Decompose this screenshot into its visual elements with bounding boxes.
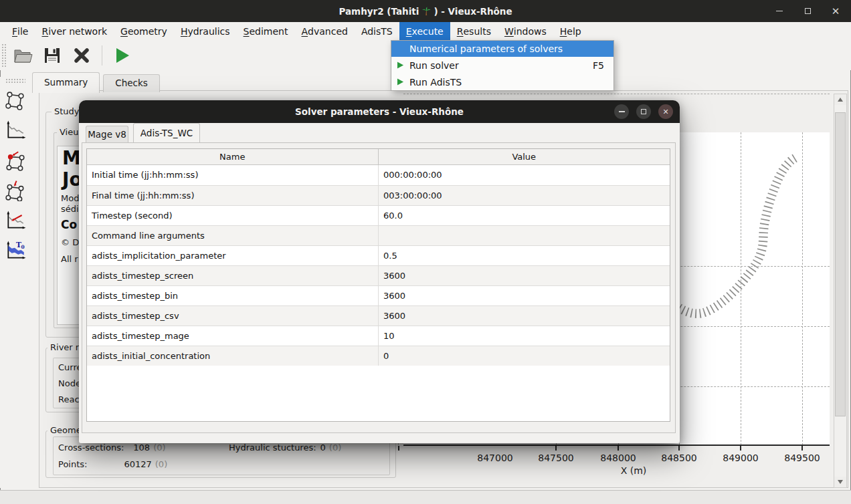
points-label: Points: bbox=[58, 459, 87, 469]
parameter-name-cell[interactable]: Command line arguments bbox=[87, 225, 379, 245]
initial-conditions-button[interactable]: T 0 bbox=[3, 238, 28, 263]
parameter-name-cell[interactable]: adists_timestep_csv bbox=[87, 305, 379, 326]
menu-item[interactable]: Windows bbox=[498, 22, 553, 40]
menu-item[interactable]: Execute bbox=[399, 22, 450, 40]
study-description-line6: © D bbox=[61, 237, 79, 247]
cross-sections-value: 108 bbox=[133, 443, 150, 453]
table-row[interactable]: Initial time (jj:hh:mm:ss) 000:00:00:00 bbox=[87, 165, 670, 185]
close-icon[interactable]: ✕ bbox=[830, 5, 842, 17]
parameter-value-cell[interactable]: 000:00:00:00 bbox=[379, 165, 670, 185]
parameter-value-cell[interactable] bbox=[379, 225, 670, 245]
parameter-name-cell[interactable]: adists_timestep_bin bbox=[87, 285, 379, 305]
main-tab[interactable]: Checks bbox=[103, 74, 160, 92]
edit-node-icon bbox=[5, 150, 26, 171]
parameter-value-cell[interactable]: 3600 bbox=[379, 285, 670, 305]
menubar: FileRiver networkGeometryHydraulicsSedim… bbox=[0, 22, 851, 40]
window-titlebar[interactable]: Pamhyr2 (Tahiti ) - Vieux-Rhône ✕ bbox=[0, 0, 851, 22]
table-header-name[interactable]: Name bbox=[87, 149, 379, 164]
open-study-button[interactable] bbox=[9, 43, 36, 68]
menu-item[interactable]: Geometry bbox=[114, 22, 174, 40]
table-row[interactable]: adists_timestep_csv 3600 bbox=[87, 305, 670, 326]
parameter-name-cell[interactable]: adists_timestep_mage bbox=[87, 326, 379, 346]
menu-item[interactable]: File bbox=[5, 22, 35, 40]
menu-item[interactable]: Advanced bbox=[294, 22, 354, 40]
table-row[interactable]: Timestep (second) 60.0 bbox=[87, 205, 670, 225]
save-study-button[interactable] bbox=[39, 43, 66, 68]
window-controls: ✕ bbox=[773, 0, 842, 22]
profile-chart-icon bbox=[5, 120, 26, 141]
table-row[interactable]: adists_timestep_bin 3600 bbox=[87, 285, 670, 305]
edit-reach-button[interactable] bbox=[3, 178, 28, 203]
dialog-tab-adis-ts-wc[interactable]: Adis-TS_WC bbox=[133, 123, 200, 142]
plot-vertical-scrollbar[interactable] bbox=[834, 94, 847, 488]
table-header: Name Value bbox=[87, 149, 670, 165]
menu-item[interactable]: Sediment bbox=[237, 22, 295, 40]
close-study-button[interactable] bbox=[68, 43, 95, 68]
menu-item-numerical-parameters[interactable]: Numerical parameters of solvers bbox=[391, 41, 613, 57]
parameter-value-cell[interactable]: 3600 bbox=[379, 305, 670, 326]
run-icon bbox=[397, 78, 404, 86]
profile-chart-button[interactable] bbox=[3, 118, 28, 143]
parameter-name-cell[interactable]: Final time (jj:hh:mm:ss) bbox=[87, 185, 379, 205]
hydraulic-structures-value: 0 bbox=[320, 443, 326, 453]
table-row[interactable]: Command line arguments bbox=[87, 225, 670, 245]
run-solver-shortcut: F5 bbox=[593, 60, 604, 71]
solver-parameters-table: Name Value Initial time (jj:hh:mm:ss) 00… bbox=[86, 148, 670, 422]
parameter-name-cell[interactable]: adists_initial_concentration bbox=[87, 346, 379, 366]
status-strip bbox=[0, 490, 851, 504]
dialog-tab-pane: Name Value Initial time (jj:hh:mm:ss) 00… bbox=[82, 142, 676, 433]
menu-item[interactable]: Hydraulics bbox=[174, 22, 237, 40]
parameter-name-cell[interactable]: adists_implicitation_parameter bbox=[87, 245, 379, 265]
table-row[interactable]: adists_timestep_screen 3600 bbox=[87, 265, 670, 285]
dialog-close-icon[interactable]: ✕ bbox=[658, 104, 673, 119]
toolbar-separator bbox=[102, 45, 102, 66]
parameter-value-cell[interactable]: 60.0 bbox=[379, 205, 670, 225]
dialog-titlebar[interactable]: Solver parameters - Vieux-Rhône ✕ bbox=[79, 100, 680, 123]
minimize-icon[interactable] bbox=[773, 5, 785, 17]
parameter-name-cell[interactable]: adists_timestep_screen bbox=[87, 265, 379, 285]
points-stat: Points: 60127 (0) bbox=[58, 459, 167, 469]
river-network-button[interactable] bbox=[3, 88, 28, 113]
menu-item[interactable]: AdisTS bbox=[355, 22, 399, 40]
plot-x-ticklabel: 847500 bbox=[526, 453, 586, 463]
table-row[interactable]: adists_implicitation_parameter 0.5 bbox=[87, 245, 670, 265]
side-toolbar-drag-handle[interactable] bbox=[5, 78, 25, 84]
parameter-name-cell[interactable]: Timestep (second) bbox=[87, 205, 379, 225]
parameter-value-cell[interactable]: 3600 bbox=[379, 265, 670, 285]
toolbar-drag-handle[interactable] bbox=[1, 43, 7, 68]
parameter-value-cell[interactable]: 10 bbox=[379, 326, 670, 346]
parameter-name-cell[interactable]: Initial time (jj:hh:mm:ss) bbox=[87, 165, 379, 185]
menu-item-run-adists[interactable]: Run AdisTS bbox=[391, 74, 613, 90]
study-description-line4: sédi bbox=[61, 204, 79, 214]
menu-item[interactable]: Results bbox=[450, 22, 498, 40]
parameter-value-cell[interactable]: 0 bbox=[379, 346, 670, 366]
table-row[interactable]: adists_initial_concentration 0 bbox=[87, 346, 670, 366]
plot-x-ticklabel: 848500 bbox=[649, 453, 709, 463]
dialog-maximize-icon[interactable] bbox=[636, 104, 651, 119]
maximize-icon[interactable] bbox=[801, 5, 814, 17]
main-tab[interactable]: Summary bbox=[32, 72, 100, 93]
results-chart-button[interactable] bbox=[3, 208, 28, 233]
edit-node-button[interactable] bbox=[3, 148, 28, 173]
points-value: 60127 bbox=[124, 459, 151, 469]
scrollbar-thumb[interactable] bbox=[835, 112, 846, 416]
save-study-icon bbox=[43, 46, 62, 65]
table-row[interactable]: Final time (jj:hh:mm:ss) 003:00:00:00 bbox=[87, 185, 670, 205]
parameter-value-cell[interactable]: 003:00:00:00 bbox=[379, 185, 670, 205]
hydraulic-structures-label: Hydraulic stuctures: bbox=[229, 443, 316, 453]
menu-item[interactable]: Help bbox=[553, 22, 588, 40]
hydraulic-structures-extra: (0) bbox=[329, 443, 341, 453]
menu-item-run-solver[interactable]: Run solver F5 bbox=[391, 57, 613, 74]
scroll-up-button[interactable] bbox=[834, 94, 846, 105]
table-header-value[interactable]: Value bbox=[379, 149, 670, 164]
run-solver-button[interactable] bbox=[109, 43, 136, 68]
dialog-minimize-icon[interactable] bbox=[614, 104, 629, 119]
dialog-tab-mage-v8[interactable]: Mage v8 bbox=[86, 126, 128, 142]
table-row[interactable]: adists_timestep_mage 10 bbox=[87, 326, 670, 346]
plot-x-ticklabels: 847000847500848000848500849000849500 bbox=[398, 453, 832, 465]
palm-tree-icon bbox=[421, 7, 431, 16]
scroll-down-button[interactable] bbox=[834, 477, 846, 487]
parameter-value-cell[interactable]: 0.5 bbox=[379, 245, 670, 265]
menu-item[interactable]: River network bbox=[35, 22, 114, 40]
river-network-groupbox-label: River n bbox=[48, 342, 84, 352]
